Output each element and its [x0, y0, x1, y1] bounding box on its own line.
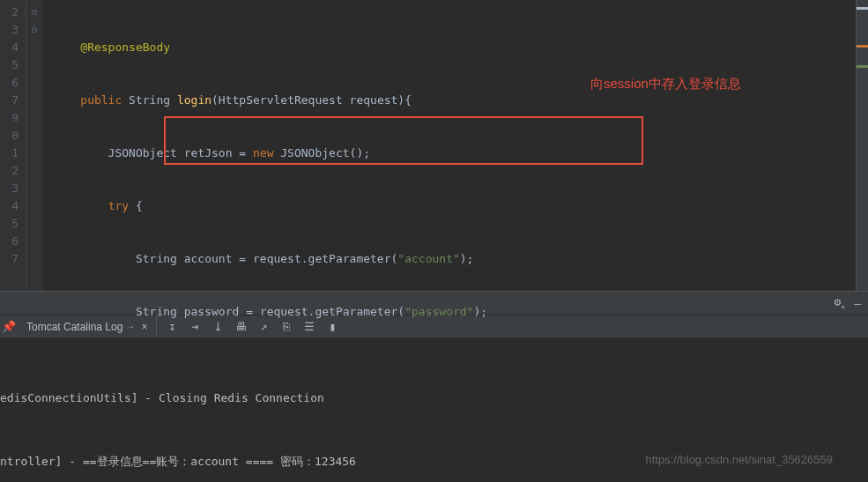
fold-toggle-icon[interactable]: ⊟: [26, 21, 42, 39]
annotation: @ResponseBody: [80, 41, 170, 54]
annotation-text: 向session中存入登录信息: [590, 76, 741, 93]
line-number-gutter: 2345 67 9 0123 4567: [0, 0, 26, 291]
code-content[interactable]: @ResponseBody public String login(HttpSe…: [42, 0, 868, 291]
watermark-text: https://blog.csdn.net/sinat_35626559: [646, 453, 834, 466]
console-line: edisConnectionUtils] - Closing Redis Con…: [0, 388, 868, 409]
editor-overview-ruler[interactable]: [856, 0, 868, 291]
editor-area: 2345 67 9 0123 4567 ⊟ ⊟ @ResponseBody pu…: [0, 0, 868, 291]
fold-gutter: ⊟ ⊟: [26, 0, 42, 291]
pin-icon[interactable]: 📌: [0, 320, 18, 333]
fold-toggle-icon[interactable]: ⊟: [26, 4, 42, 21]
